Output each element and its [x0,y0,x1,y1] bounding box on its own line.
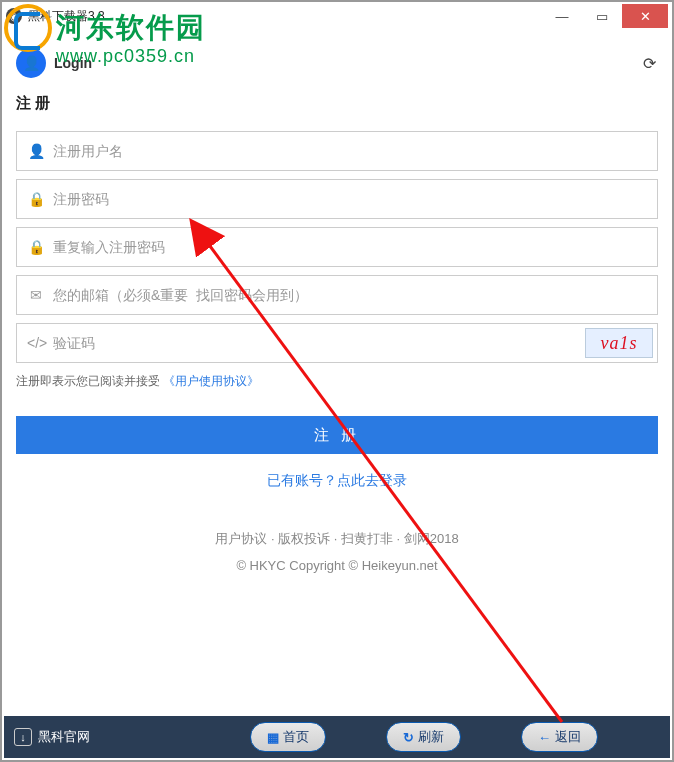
download-icon: ↓ [14,728,32,746]
title-bar: ◉ 黑科下载器3.3 — ▭ ✕ [2,2,672,30]
password-input[interactable] [53,191,647,207]
footer-links[interactable]: 用户协议 · 版权投诉 · 扫黄打非 · 剑网2018 [16,530,658,548]
login-link[interactable]: 已有账号？点此去登录 [16,472,658,490]
mail-icon: ✉ [27,287,45,303]
username-input[interactable] [53,143,647,159]
close-button[interactable]: ✕ [622,4,668,28]
code-icon: </> [27,335,45,351]
back-icon: ← [538,730,551,745]
refresh-btn-icon: ↻ [403,730,414,745]
window-title: 黑科下载器3.3 [28,8,105,25]
content-area: 👤 Login ⟳ 注 册 👤 🔒 🔒 ✉ </> va1s 注册即表示您已阅读… [2,30,672,573]
register-button[interactable]: 注 册 [16,416,658,454]
bottom-bar: ↓ 黑科官网 ▦ 首页 ↻ 刷新 ← 返回 [4,716,670,758]
captcha-image[interactable]: va1s [585,328,653,358]
user-icon: 👤 [27,143,45,159]
password-field[interactable]: 🔒 [16,179,658,219]
password-confirm-field[interactable]: 🔒 [16,227,658,267]
agreement-prefix: 注册即表示您已阅读并接受 [16,374,160,388]
maximize-button[interactable]: ▭ [582,4,622,28]
lock-icon: 🔒 [27,191,45,207]
refresh-button[interactable]: ↻ 刷新 [386,722,461,752]
login-header: 👤 Login ⟳ [16,48,658,78]
email-input[interactable] [53,287,647,303]
captcha-input[interactable] [53,335,647,351]
minimize-button[interactable]: — [542,4,582,28]
username-field[interactable]: 👤 [16,131,658,171]
window-controls: — ▭ ✕ [542,4,668,28]
back-button[interactable]: ← 返回 [521,722,598,752]
footer-copyright: © HKYC Copyright © Heikeyun.net [16,558,658,573]
email-field[interactable]: ✉ [16,275,658,315]
password-confirm-input[interactable] [53,239,647,255]
lock-icon: 🔒 [27,239,45,255]
official-site-label: 黑科官网 [38,728,90,746]
avatar-icon: 👤 [16,48,46,78]
refresh-icon[interactable]: ⟳ [640,54,658,72]
official-site-link[interactable]: ↓ 黑科官网 [14,728,90,746]
captcha-field[interactable]: </> va1s [16,323,658,363]
refresh-label: 刷新 [418,728,444,746]
home-label: 首页 [283,728,309,746]
agreement-text: 注册即表示您已阅读并接受 《用户使用协议》 [16,373,658,390]
agreement-link[interactable]: 《用户使用协议》 [163,374,259,388]
home-icon: ▦ [267,730,279,745]
form-title: 注 册 [16,94,658,113]
app-icon: ◉ [6,8,22,24]
back-label: 返回 [555,728,581,746]
login-title: Login [54,55,92,71]
bottom-buttons: ▦ 首页 ↻ 刷新 ← 返回 [250,722,598,752]
home-button[interactable]: ▦ 首页 [250,722,326,752]
